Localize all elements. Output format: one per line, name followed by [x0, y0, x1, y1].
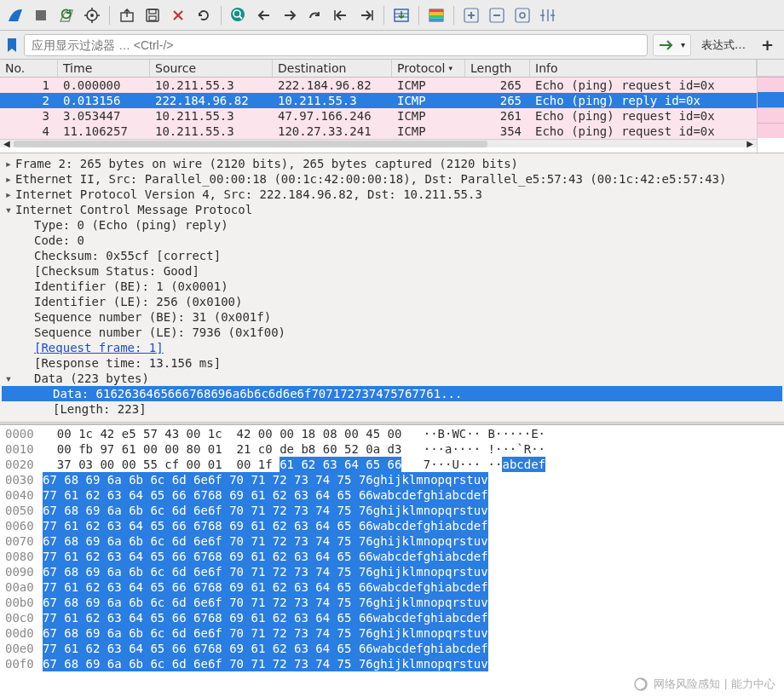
add-filter-button[interactable]: + [756, 34, 779, 56]
hex-row[interactable]: 00a0 77 61 62 63 64 65 66 67 68 69 61 62… [0, 579, 784, 595]
hex-row[interactable]: 0040 77 61 62 63 64 65 66 67 68 69 61 62… [0, 487, 784, 503]
col-destination[interactable]: Destination [273, 60, 392, 77]
hex-row[interactable]: 0030 67 68 69 6a 6b 6c 6d 6e 6f 70 71 72… [0, 472, 784, 487]
expression-button[interactable]: 表达式… [696, 34, 751, 56]
detail-text: Checksum: 0x55cf [correct] [34, 248, 221, 263]
hex-row[interactable]: 0020 37 03 00 00 55 cf 00 01 00 1f 61 62… [0, 457, 784, 472]
detail-row[interactable]: [Length: 223] [2, 401, 782, 417]
goto-icon[interactable] [303, 3, 327, 27]
detail-row[interactable]: ▾Internet Control Message Protocol [2, 202, 782, 217]
detail-row[interactable]: [Request frame: 1] [2, 340, 782, 355]
detail-text: Sequence number (LE): 7936 (0x1f00) [34, 325, 285, 340]
detail-row[interactable]: Type: 0 (Echo (ping) reply) [2, 217, 782, 233]
packet-list-hscroll[interactable]: ◀ ▶ [0, 139, 757, 147]
bookmark-icon[interactable] [5, 37, 19, 54]
hex-row[interactable]: 0090 67 68 69 6a 6b 6c 6d 6e 6f 70 71 72… [0, 564, 784, 579]
forward-icon[interactable] [278, 3, 302, 27]
detail-row[interactable]: Identifier (LE): 256 (0x0100) [2, 294, 782, 309]
find-icon[interactable] [227, 3, 251, 27]
svg-rect-10 [149, 16, 156, 20]
apply-filter-button[interactable]: ▾ [653, 34, 691, 56]
hex-row[interactable]: 0000 00 1c 42 e5 57 43 00 1c 42 00 00 18… [0, 426, 784, 441]
toolbar-separator [383, 6, 384, 25]
toolbar-separator [418, 6, 419, 25]
zoom-reset-icon[interactable] [510, 3, 534, 27]
detail-row[interactable]: Code: 0 [2, 233, 782, 248]
scroll-thumb[interactable] [14, 141, 488, 147]
hex-row[interactable]: 0060 77 61 62 63 64 65 66 67 68 69 61 62… [0, 518, 784, 533]
detail-row[interactable]: ▾Data (223 bytes) [2, 371, 782, 386]
twisty-icon[interactable]: ▸ [2, 187, 15, 202]
stop-icon[interactable] [29, 3, 53, 27]
hex-row[interactable]: 0080 77 61 62 63 64 65 66 67 68 69 61 62… [0, 549, 784, 564]
detail-text: [Length: 223] [53, 401, 147, 417]
detail-row[interactable]: Checksum: 0x55cf [correct] [2, 248, 782, 263]
detail-row[interactable]: Identifier (BE): 1 (0x0001) [2, 279, 782, 294]
shark-fin-icon[interactable] [3, 3, 27, 27]
zoom-in-icon[interactable] [459, 3, 483, 27]
hex-row[interactable]: 0070 67 68 69 6a 6b 6c 6d 6e 6f 70 71 72… [0, 533, 784, 549]
hex-row[interactable]: 00b0 67 68 69 6a 6b 6c 6d 6e 6f 70 71 72… [0, 595, 784, 610]
back-icon[interactable] [252, 3, 276, 27]
twisty-icon[interactable]: ▾ [2, 371, 15, 386]
autoscroll-icon[interactable] [389, 3, 413, 27]
twisty-icon[interactable]: ▸ [2, 171, 15, 187]
packet-minimap[interactable] [757, 60, 784, 153]
hex-row[interactable]: 00e0 77 61 62 63 64 65 66 67 68 69 61 62… [0, 641, 784, 656]
toolbar-separator [453, 6, 454, 25]
col-protocol[interactable]: Protocol▾ [392, 60, 465, 77]
svg-point-27 [520, 13, 525, 18]
detail-text: [Checksum Status: Good] [34, 263, 199, 279]
detail-row[interactable]: [Response time: 13.156 ms] [2, 355, 782, 371]
col-length[interactable]: Length [465, 60, 530, 77]
last-icon[interactable] [355, 3, 378, 27]
col-no[interactable]: No. [0, 60, 58, 77]
display-filter-input[interactable] [24, 34, 648, 56]
packet-row[interactable]: 10.00000010.211.55.3222.184.96.82ICMP265… [0, 78, 757, 93]
col-source[interactable]: Source [150, 60, 273, 77]
zoom-out-icon[interactable] [485, 3, 509, 27]
restart-icon[interactable] [55, 3, 78, 27]
scroll-right-icon[interactable]: ▶ [747, 139, 753, 148]
hex-row[interactable]: 00d0 67 68 69 6a 6b 6c 6d 6e 6f 70 71 72… [0, 625, 784, 641]
hex-row[interactable]: 00c0 77 61 62 63 64 65 66 67 68 69 61 62… [0, 610, 784, 625]
packet-row[interactable]: 20.013156222.184.96.8210.211.55.3ICMP265… [0, 93, 757, 108]
detail-row[interactable]: Sequence number (LE): 7936 (0x1f00) [2, 325, 782, 340]
save-icon[interactable] [141, 3, 164, 27]
colorize-icon[interactable] [424, 3, 448, 27]
twisty-icon[interactable]: ▸ [2, 156, 15, 171]
reload-icon[interactable] [192, 3, 216, 27]
packet-bytes-pane[interactable]: 0000 00 1c 42 e5 57 43 00 1c 42 00 00 18… [0, 424, 784, 697]
detail-row[interactable]: Sequence number (BE): 31 (0x001f) [2, 309, 782, 325]
packet-list-pane: No. Time Source Destination Protocol▾ Le… [0, 60, 784, 153]
packet-details-pane[interactable]: ▸Frame 2: 265 bytes on wire (2120 bits),… [0, 153, 784, 424]
hex-row[interactable]: 00f0 67 68 69 6a 6b 6c 6d 6e 6f 70 71 72… [0, 656, 784, 671]
detail-text: Sequence number (BE): 31 (0x001f) [34, 309, 271, 325]
packet-row[interactable]: 33.05344710.211.55.347.97.166.246ICMP261… [0, 108, 757, 124]
detail-row[interactable]: [Checksum Status: Good] [2, 263, 782, 279]
open-icon[interactable] [115, 3, 139, 27]
col-time[interactable]: Time [58, 60, 150, 77]
hex-row[interactable]: 0050 67 68 69 6a 6b 6c 6d 6e 6f 70 71 72… [0, 503, 784, 518]
detail-row[interactable]: Data: 6162636465666768696a6b6c6d6e6f7071… [2, 386, 782, 401]
detail-text: [Request frame: 1] [34, 340, 164, 355]
detail-text: Internet Control Message Protocol [15, 202, 252, 217]
col-info[interactable]: Info [530, 60, 757, 77]
detail-row[interactable]: ▸Frame 2: 265 bytes on wire (2120 bits),… [2, 156, 782, 171]
first-icon[interactable] [329, 3, 353, 27]
detail-text: Code: 0 [34, 233, 84, 248]
twisty-icon[interactable]: ▾ [2, 202, 15, 217]
options-icon[interactable] [80, 3, 104, 27]
detail-row[interactable]: ▸Ethernet II, Src: Parallel_00:00:18 (00… [2, 171, 782, 187]
filter-bar: ▾ 表达式… + [0, 31, 784, 60]
packet-list-body[interactable]: 10.00000010.211.55.3222.184.96.82ICMP265… [0, 78, 757, 139]
scroll-left-icon[interactable]: ◀ [3, 139, 10, 148]
packet-row[interactable]: 411.10625710.211.55.3120.27.33.241ICMP35… [0, 124, 757, 139]
detail-text: Type: 0 (Echo (ping) reply) [34, 217, 228, 233]
close-icon[interactable] [166, 3, 190, 27]
detail-text: Internet Protocol Version 4, Src: 222.18… [15, 187, 482, 202]
hex-row[interactable]: 0010 00 fb 97 61 00 00 80 01 21 c0 de b8… [0, 441, 784, 457]
detail-row[interactable]: ▸Internet Protocol Version 4, Src: 222.1… [2, 187, 782, 202]
svg-rect-23 [429, 18, 443, 21]
resize-cols-icon[interactable] [536, 3, 560, 27]
